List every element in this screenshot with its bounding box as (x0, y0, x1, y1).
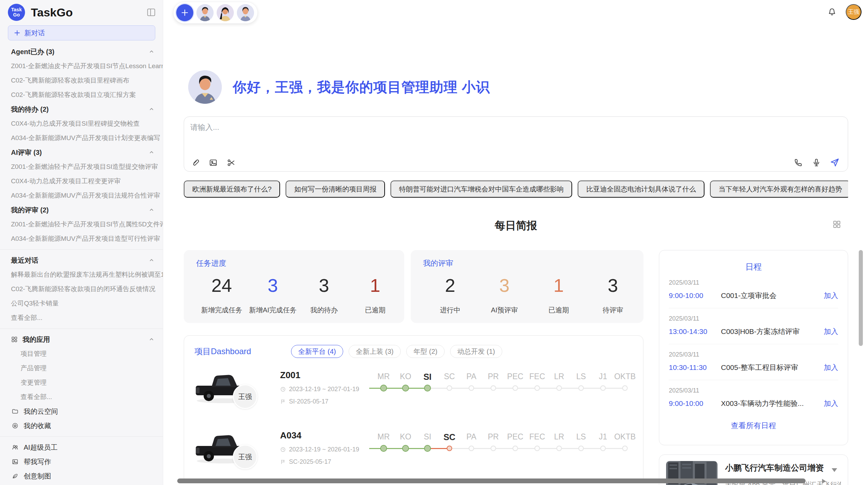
section-header-my-todo[interactable]: 我的待办 (2) (0, 102, 163, 116)
milestone-label: SC (444, 372, 455, 381)
image-icon (209, 158, 218, 167)
daily-briefing-header: 每日简报 (184, 219, 848, 233)
metric-label: 进行中 (423, 306, 477, 315)
section-header-my-apps[interactable]: 我的应用 (0, 332, 163, 347)
sidebar-item-favorites[interactable]: 我的收藏 (0, 419, 163, 433)
recent-chat-item[interactable]: 解释最新出台的欧盟报废车法规再生塑料比例被调至15%... (0, 268, 163, 282)
tab-powertrain[interactable]: 动总开发 (1) (450, 345, 502, 358)
sidebar-item[interactable]: A034-全新新能源MUV产品开发项目法规符合性评审 (0, 188, 163, 203)
join-event-button[interactable]: 加入 (824, 363, 838, 372)
tab-new-platform[interactable]: 全新平台 (4) (291, 345, 343, 358)
milestone-label: OKTB (614, 372, 636, 381)
project-row[interactable]: 王强 A034 2023-12-19 ~ 2026-01-19 (194, 429, 633, 480)
join-event-button[interactable]: 加入 (824, 399, 838, 408)
sidebar-item[interactable]: Z001-全新燃油皮卡产品开发项目SI节点Lesson Learn报告 (0, 59, 163, 73)
vertical-scrollbar-thumb[interactable] (859, 250, 863, 346)
join-event-button[interactable]: 加入 (824, 327, 838, 336)
sidebar-item[interactable]: A034-全新新能源MUV产品开发项目造型可行性评审 (0, 232, 163, 246)
recent-chat-item[interactable]: C02-飞腾新能源轻客改款项目的闭环通告反馈情况 (0, 282, 163, 296)
phone-icon (794, 158, 803, 167)
sidebar-item[interactable]: C02-飞腾新能源轻客改款项目立项汇报方案 (0, 88, 163, 102)
suggestion-chips: 欧洲新规最近颁布了什么? 如何写一份清晰的项目周报 特朗普可能对进口汽车增税会对… (184, 181, 848, 198)
suggestion-chip[interactable]: 特朗普可能对进口汽车增税会对中国车企造成哪些影响 (390, 181, 572, 198)
session-avatar[interactable] (196, 4, 214, 21)
suggestion-chip[interactable]: 如何写一份清晰的项目周报 (286, 181, 385, 198)
section-header-recent-chats[interactable]: 最近对话 (0, 253, 163, 268)
tab-model-year[interactable]: 年型 (2) (406, 345, 445, 358)
milestone-label: LR (554, 372, 564, 381)
notifications-button[interactable] (827, 7, 837, 17)
project-flag-milestone: SI-2025-05-17 (280, 398, 369, 405)
flag-text: SC-2025-05-17 (289, 458, 331, 465)
metric-value: 1 (350, 275, 401, 296)
sidebar: Task Go TaskGo 新对话 Agent已办 (3) Z001-全新燃油… (0, 0, 163, 485)
suggestion-chip[interactable]: 当下年轻人对汽车外观有怎样的喜好趋势 (710, 181, 848, 198)
project-row[interactable]: 王强 Z001 2023-12-19 ~ 2027-01-19 (194, 369, 633, 420)
event-time: 9:00-10:00 (669, 399, 721, 408)
dashboard-grid-icon (832, 220, 841, 229)
news-title: 小鹏飞行汽车制造公司增资 (725, 462, 841, 473)
suggestion-chip[interactable]: 比亚迪全固态电池计划具体说了什么 (578, 181, 704, 198)
milestone-timeline: MR KO SI SC PA PR PEC FEC LR LS (369, 369, 633, 420)
sidebar-item-write-helper[interactable]: 帮我写作 (0, 455, 163, 469)
recent-chat-item[interactable]: 公司Q3轻卡销量 (0, 296, 163, 311)
flag-icon (280, 399, 286, 405)
bell-icon (827, 7, 837, 17)
horizontal-scrollbar-thumb[interactable] (177, 478, 806, 483)
milestone-label: PA (467, 432, 477, 442)
view-all-apps-link[interactable]: 查看全部... (0, 390, 163, 404)
new-session-button[interactable] (176, 4, 193, 21)
sidebar-item[interactable]: C0X4-动力总成开发项目SI里程碑提交物检查 (0, 116, 163, 131)
microphone-button[interactable] (812, 158, 821, 167)
project-info: Z001 2023-12-19 ~ 2027-01-19 SI-2025-05-… (280, 369, 369, 420)
sidebar-item-cloud-space[interactable]: 我的云空间 (0, 404, 163, 419)
join-event-button[interactable]: 加入 (824, 291, 838, 300)
project-dashboard-header: 项目Dashboard 全新平台 (4) 全新上装 (3) 年型 (2) 动总开… (194, 345, 633, 358)
star-badge-icon (12, 422, 19, 429)
tab-new-body[interactable]: 全新上装 (3) (349, 345, 401, 358)
send-button[interactable] (830, 158, 840, 167)
sidebar-item-ai-staff[interactable]: AI超级员工 (0, 440, 163, 455)
app-item-project-mgmt[interactable]: 项目管理 (0, 347, 163, 361)
sidebar-item[interactable]: C02-飞腾新能源轻客改款项目里程碑画布 (0, 73, 163, 88)
sidebar-item[interactable]: A034-全新新能源MUV产品开发项目计划变更表编写 (0, 131, 163, 145)
snippet-cut-button[interactable] (227, 158, 236, 167)
new-chat-button[interactable]: 新对话 (8, 25, 155, 40)
chat-composer[interactable]: 请输入... (184, 116, 848, 172)
app-item-change-mgmt[interactable]: 变更管理 (0, 375, 163, 390)
view-all-schedule-link[interactable]: 查看所有日程 (669, 416, 838, 436)
scroll-down-arrow[interactable] (832, 468, 837, 472)
chevron-up-icon (148, 257, 155, 263)
briefing-right-column: 日程 2025/03/11 9:00-10:00 C001-立项审批会 加入 2… (659, 250, 848, 485)
project-owner-avatar: 王强 (233, 445, 257, 469)
panel-collapse-icon (146, 8, 156, 17)
sidebar-item[interactable]: C0X4-动力总成开发项目工程变更评审 (0, 174, 163, 188)
my-apps-title-group: 我的应用 (11, 335, 50, 344)
event-row: 10:30-11:30 C005-整车工程目标评审 加入 (669, 363, 838, 372)
milestone-dot (556, 446, 562, 451)
session-avatar[interactable] (217, 4, 234, 21)
scroll-right-arrow[interactable] (822, 479, 826, 484)
milestone-dot-done (402, 385, 409, 391)
layout-toggle-button[interactable] (832, 220, 841, 229)
sidebar-collapse-button[interactable] (146, 8, 156, 17)
metric-label: 新增完成任务 (196, 306, 247, 315)
sidebar-item[interactable]: Z001-全新燃油轻卡产品开发项目SI造型提交物评审 (0, 160, 163, 174)
user-avatar[interactable]: 王强 (846, 4, 861, 20)
sidebar-item[interactable]: Z001-全新燃油轻卡产品开发项目SI节点属性5D文件评审 (0, 217, 163, 232)
insert-image-button[interactable] (209, 158, 218, 167)
event-time: 10:30-11:30 (669, 363, 721, 372)
view-all-chats-link[interactable]: 查看全部... (0, 311, 163, 325)
milestone-dot (600, 446, 606, 451)
logo-text-bottom: Go (13, 12, 20, 17)
section-header-ai-review[interactable]: AI评审 (3) (0, 145, 163, 160)
section-header-my-review[interactable]: 我的评审 (2) (0, 203, 163, 217)
voice-call-button[interactable] (794, 158, 803, 167)
suggestion-chip[interactable]: 欧洲新规最近颁布了什么? (184, 181, 280, 198)
session-avatar[interactable] (237, 4, 254, 21)
milestone-dot-done (402, 445, 409, 452)
app-item-product-mgmt[interactable]: 产品管理 (0, 361, 163, 375)
attach-file-button[interactable] (191, 158, 200, 167)
section-header-agent-done[interactable]: Agent已办 (3) (0, 45, 163, 59)
sidebar-item-creative-draw[interactable]: 创意制图 (0, 469, 163, 483)
